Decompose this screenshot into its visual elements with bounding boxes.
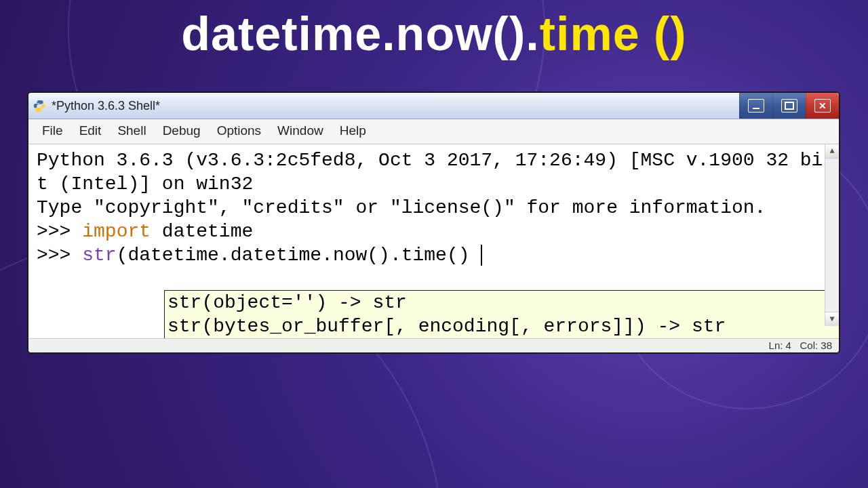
- text-cursor: [470, 245, 483, 266]
- menu-help[interactable]: Help: [333, 122, 373, 140]
- headline-highlight: time (): [540, 7, 687, 60]
- menu-window[interactable]: Window: [271, 122, 330, 140]
- window-title: *Python 3.6.3 Shell*: [52, 99, 160, 113]
- menu-shell[interactable]: Shell: [111, 122, 153, 140]
- calltip-tooltip: str(object='') -> str str(bytes_or_buffe…: [164, 290, 839, 338]
- headline-prefix: datetime.now().: [181, 7, 539, 60]
- menu-edit[interactable]: Edit: [73, 122, 108, 140]
- svg-point-0: [37, 101, 37, 102]
- minimize-button[interactable]: [739, 93, 772, 119]
- calltip-line-1: str(object='') -> str: [167, 292, 407, 313]
- slide-headline: datetime.now().time (): [0, 7, 868, 61]
- close-button[interactable]: ✕: [806, 93, 839, 119]
- status-ln-label: Ln:: [769, 340, 783, 351]
- vertical-scrollbar[interactable]: ▲ ▼: [825, 144, 839, 326]
- shell-content[interactable]: Python 3.6.3 (v3.6.3:2c5fed8, Oct 3 2017…: [28, 144, 839, 338]
- calltip-line-2: str(bytes_or_buffer[, encoding[, errors]…: [167, 316, 726, 337]
- menubar: File Edit Shell Debug Options Window Hel…: [28, 119, 839, 144]
- status-col-label: Col:: [800, 340, 818, 351]
- status-col-value: 38: [821, 340, 832, 351]
- shell-line-2: >>> str(datetime.datetime.now().time(): [37, 243, 831, 267]
- shell-line-1: >>> import datetime: [37, 220, 831, 243]
- status-ln-value: 4: [786, 340, 791, 351]
- idle-shell-window: *Python 3.6.3 Shell* ✕ File Edit Shell D…: [27, 92, 840, 354]
- svg-point-1: [41, 110, 42, 110]
- menu-file[interactable]: File: [35, 122, 70, 140]
- python-banner: Python 3.6.3 (v3.6.3:2c5fed8, Oct 3 2017…: [37, 148, 831, 196]
- scroll-down-arrow[interactable]: ▼: [825, 312, 839, 326]
- menu-options[interactable]: Options: [210, 122, 268, 140]
- statusbar: Ln: 4 Col: 38: [28, 338, 839, 352]
- python-info: Type "copyright", "credits" or "license(…: [37, 196, 831, 220]
- titlebar[interactable]: *Python 3.6.3 Shell* ✕: [28, 93, 839, 119]
- maximize-button[interactable]: [772, 93, 806, 119]
- python-icon: [33, 99, 46, 113]
- menu-debug[interactable]: Debug: [156, 122, 208, 140]
- scroll-up-arrow[interactable]: ▲: [825, 144, 839, 159]
